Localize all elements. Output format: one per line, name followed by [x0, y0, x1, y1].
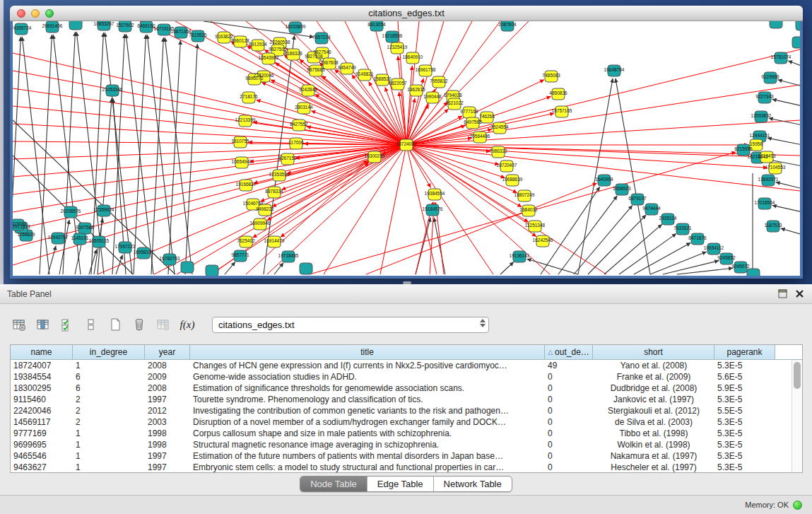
table-cell: 2	[73, 394, 145, 405]
graph-node-label: 15046769	[243, 201, 264, 206]
left-panel-edge	[0, 0, 4, 284]
graph-node-label: 7986322	[489, 148, 507, 153]
table-cell: 22420046	[11, 405, 73, 416]
graph-node-label: 20206576	[61, 209, 81, 214]
column-header-pagerank[interactable]: pagerank	[714, 345, 775, 359]
graph-node-label: 9129966	[761, 74, 779, 79]
column-header-year[interactable]: year	[145, 345, 190, 359]
selector-stepper-icon[interactable]	[480, 319, 486, 327]
column-header-title[interactable]: title	[190, 345, 545, 359]
graph-node[interactable]	[181, 262, 194, 273]
memory-ok-indicator[interactable]	[793, 501, 802, 510]
graph-node-label: 7632621	[673, 226, 692, 230]
graph-node-label: 1990448	[423, 94, 442, 99]
table-row[interactable]: 977716911998Corpus callosum shape and si…	[11, 428, 792, 439]
column-header-outde[interactable]: △out_de…	[545, 345, 593, 359]
graph-node-label: 8813054	[367, 22, 386, 27]
scrollbar-thumb[interactable]	[794, 362, 801, 389]
table-cell: 0	[545, 382, 593, 394]
graph-node-label: 12213399	[235, 117, 256, 122]
graph-node-label: 6497568	[464, 119, 482, 124]
table-cell: 0	[545, 439, 593, 450]
close-window-button[interactable]	[17, 9, 25, 18]
graph-node-label: 10688639	[502, 177, 523, 182]
graph-node[interactable]	[792, 37, 800, 48]
graph-node-label: 1210453	[758, 153, 776, 158]
column-header-indegree[interactable]: in_degree	[73, 345, 145, 359]
graph-node[interactable]	[300, 263, 312, 274]
table-cell: 2008	[145, 382, 190, 394]
column-header-short[interactable]: short	[593, 345, 714, 359]
float-panel-icon[interactable]	[777, 288, 788, 300]
zoom-window-button[interactable]	[45, 9, 54, 18]
graph-node[interactable]	[206, 265, 218, 276]
table-cell: Stergiakouli et al. (2012)	[593, 405, 714, 416]
table-cell: 1998	[145, 428, 190, 439]
graph-node-label: 1187533	[765, 223, 782, 228]
table-row[interactable]: 911546021997Tourette syndrome. Phenomeno…	[11, 394, 792, 405]
graph-node[interactable]	[796, 21, 800, 30]
table-cell: 1	[73, 360, 145, 371]
table-row[interactable]: 1456911722003Disruption of a novel membe…	[11, 416, 792, 428]
network-window-titlebar[interactable]: citations_edges.txt	[10, 6, 803, 21]
graph-node[interactable]	[770, 21, 782, 28]
graph-node[interactable]	[69, 21, 82, 30]
graph-node-label: 4850836	[549, 90, 567, 95]
graph-node-label: 1640954	[595, 177, 613, 182]
table-cell: Estimation of significance thresholds fo…	[190, 382, 545, 394]
graph-node-label: 8912934	[249, 42, 267, 47]
graph-node-label: 1415061	[13, 221, 27, 226]
row-tools-icon[interactable]	[82, 315, 100, 334]
table-row[interactable]: 946554611997Estimation of the future num…	[11, 450, 792, 462]
minimize-window-button[interactable]	[31, 9, 40, 18]
table-row[interactable]: 946362711997Embryonic stem cells: a mode…	[11, 462, 792, 472]
table-body: 1872400712008Changes of HCN gene express…	[11, 360, 792, 472]
close-panel-icon[interactable]	[794, 288, 805, 300]
table-row[interactable]: 1830029562008Estimation of significance …	[11, 382, 792, 394]
column-header-label: title	[360, 347, 374, 357]
delete-table-icon[interactable]	[154, 315, 172, 334]
table-row[interactable]: 1938455462009Genome-wide association stu…	[11, 371, 792, 382]
cytoscape-desktop: citations_edges.txt 24355724206914061065…	[0, 0, 812, 514]
table-type-segmented-control: Node TableEdge TableNetwork Table	[300, 476, 512, 492]
graph-node-label: 1684032	[519, 207, 538, 212]
column-chooser-icon[interactable]	[34, 315, 52, 334]
citation-graph[interactable]: 2435572420691406106532671527602646616010…	[13, 21, 800, 276]
graph-node-label: 2803144	[295, 105, 313, 110]
network-canvas[interactable]: 2435572420691406106532671527602646616010…	[13, 21, 800, 276]
table-cell: de Silva et al. (2003)	[593, 416, 714, 428]
table-cell: 5.3E-5	[714, 360, 775, 371]
table-panel-header[interactable]: Table Panel	[0, 284, 812, 304]
table-cell: 1997	[145, 394, 190, 405]
table-cell: Wolkin et al. (1998)	[593, 439, 714, 450]
node-table: namein_degreeyeartitle△out_de…shortpager…	[10, 344, 803, 473]
table-cell: Jankovic et al. (1997)	[593, 394, 714, 405]
network-view-window[interactable]: citations_edges.txt 24355724206914061065…	[10, 6, 803, 279]
network-table-selector[interactable]: citations_edges.txt	[212, 317, 489, 333]
table-cell: 18724007	[11, 360, 73, 371]
graph-node-label: 2087604	[498, 22, 517, 27]
table-row[interactable]: 969969511998Structural magnetic resonanc…	[11, 439, 792, 450]
create-column-icon[interactable]	[106, 315, 124, 334]
column-header-label: name	[30, 347, 52, 357]
tab-node-table[interactable]: Node Table	[300, 477, 367, 491]
function-builder-icon[interactable]: f(x)	[178, 315, 196, 334]
table-cell: 0	[545, 462, 593, 472]
table-settings-icon[interactable]	[10, 315, 28, 334]
graph-node-label: 12353594	[269, 172, 290, 177]
graph-node-label: 8186328	[284, 51, 302, 56]
column-header-name[interactable]: name	[11, 345, 73, 359]
tab-edge-table[interactable]: Edge Table	[367, 477, 434, 491]
tab-network-table[interactable]: Network Table	[434, 477, 512, 491]
table-row[interactable]: 2242004622012Investigating the contribut…	[11, 405, 792, 416]
table-cell: 2003	[145, 416, 190, 428]
graph-node-label: 9163822	[215, 34, 233, 39]
select-columns-icon[interactable]	[58, 315, 76, 334]
table-cell: 2012	[145, 405, 190, 416]
panel-resize-handle[interactable]	[403, 281, 411, 284]
vertical-scrollbar[interactable]	[792, 360, 802, 472]
table-row[interactable]: 1872400712008Changes of HCN gene express…	[11, 360, 792, 371]
graph-node[interactable]	[747, 269, 760, 276]
graph-node-label: 9498222	[256, 206, 274, 211]
delete-column-icon[interactable]	[130, 315, 148, 334]
